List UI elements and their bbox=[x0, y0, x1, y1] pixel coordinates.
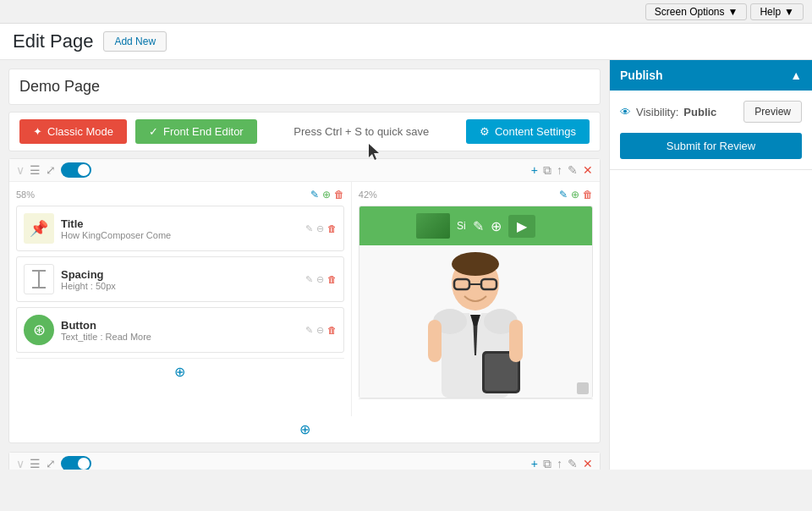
button-edit-icon[interactable]: ✎ bbox=[305, 325, 313, 336]
import-icon[interactable]: ↑ bbox=[557, 163, 562, 177]
add-new-button[interactable]: Add New bbox=[103, 31, 167, 52]
col2-edit-icon[interactable]: ✎ bbox=[559, 189, 568, 201]
col1-add-widget-button[interactable]: ⊕ bbox=[16, 358, 344, 385]
spacing-delete-icon[interactable]: 🗑 bbox=[327, 274, 337, 285]
svg-rect-17 bbox=[428, 320, 442, 362]
row-toggle[interactable] bbox=[61, 162, 91, 178]
col1-edit-icon[interactable]: ✎ bbox=[310, 189, 319, 201]
row1-add-icon: ⊕ bbox=[299, 421, 310, 437]
widget-spacing[interactable]: Spacing Height : 50px ✎ ⊖ 🗑 bbox=[16, 256, 344, 302]
add-icon[interactable]: + bbox=[531, 163, 538, 177]
button-minus-icon[interactable]: ⊖ bbox=[316, 325, 324, 336]
title-widget-icon: 📌 bbox=[24, 213, 54, 244]
title-minus-icon[interactable]: ⊖ bbox=[316, 223, 324, 234]
overlay-edit-btn[interactable]: ✎ bbox=[473, 218, 484, 234]
row2-add-icon[interactable]: + bbox=[531, 457, 538, 470]
edit-icon[interactable]: ✎ bbox=[568, 163, 578, 177]
preview-button[interactable]: Preview bbox=[743, 101, 802, 123]
spacing-widget-actions: ✎ ⊖ 🗑 bbox=[305, 274, 337, 285]
frontend-icon: ✓ bbox=[149, 125, 158, 138]
col1-delete-icon[interactable]: 🗑 bbox=[334, 189, 344, 201]
button-widget-icon: ⊛ bbox=[24, 315, 54, 345]
row-toolbar-right: + ⧉ ↑ ✎ ✕ bbox=[531, 163, 593, 178]
visibility-value: Public bbox=[683, 106, 716, 118]
spacing-widget-icon bbox=[24, 264, 54, 294]
button-widget-info: Button Text_title : Read More bbox=[61, 319, 299, 342]
row2-list-icon[interactable]: ☰ bbox=[30, 457, 41, 470]
spacing-widget-label: Spacing bbox=[61, 268, 299, 281]
chevron-down-icon[interactable]: ∨ bbox=[16, 163, 25, 177]
widget-title[interactable]: 📌 Title How KingComposer Come ✎ ⊖ 🗑 bbox=[16, 206, 344, 251]
submit-review-button[interactable]: Submit for Review bbox=[620, 133, 802, 159]
page-title-input[interactable] bbox=[19, 78, 590, 96]
row2-edit-icon[interactable]: ✎ bbox=[568, 457, 578, 470]
row2-external-icon[interactable]: ⤢ bbox=[46, 457, 56, 470]
title-delete-icon[interactable]: 🗑 bbox=[327, 223, 337, 234]
col2-add-icon[interactable]: ⊕ bbox=[571, 189, 579, 201]
eye-icon: 👁 bbox=[620, 106, 631, 118]
quick-save-text: Press Ctrl + S to quick save bbox=[266, 125, 458, 138]
list-icon[interactable]: ☰ bbox=[30, 163, 41, 177]
help-button[interactable]: Help ▼ bbox=[750, 3, 804, 20]
col1-percent: 58% bbox=[16, 190, 35, 200]
publish-section: Publish ▲ 👁 Visibility: Public Preview S… bbox=[610, 60, 812, 170]
row2-close-icon[interactable]: ✕ bbox=[583, 457, 593, 470]
row2-chevron-icon[interactable]: ∨ bbox=[16, 457, 25, 470]
external-icon[interactable]: ⤢ bbox=[46, 163, 56, 177]
copy-icon[interactable]: ⧉ bbox=[543, 163, 551, 178]
publish-body: 👁 Visibility: Public Preview Submit for … bbox=[610, 91, 812, 169]
content-settings-label: Content Settings bbox=[495, 125, 576, 138]
spacing-widget-subtitle: Height : 50px bbox=[61, 281, 299, 291]
visibility-label: Visibility: bbox=[636, 106, 678, 118]
classic-mode-icon: ✦ bbox=[33, 125, 42, 138]
main-content: ✦ Classic Mode ✓ Front End Editor Press … bbox=[0, 60, 812, 470]
spacing-edit-icon[interactable]: ✎ bbox=[305, 274, 313, 285]
screen-options-chevron: ▼ bbox=[728, 6, 738, 18]
row2-import-icon[interactable]: ↑ bbox=[557, 457, 562, 470]
widget-button[interactable]: ⊛ Button Text_title : Read More ✎ ⊖ 🗑 bbox=[16, 307, 344, 353]
column-1: 58% ✎ ⊕ 🗑 📌 Title How KingComposer Come bbox=[9, 182, 352, 416]
content-settings-button[interactable]: ⚙ Content Settings bbox=[466, 119, 590, 144]
col2-percent: 42% bbox=[359, 190, 377, 200]
publish-chevron[interactable]: ▲ bbox=[790, 69, 802, 82]
publish-title: Publish bbox=[620, 69, 663, 82]
overlay-arrow-btn[interactable]: ▶ bbox=[508, 215, 535, 238]
col1-add-icon[interactable]: ⊕ bbox=[322, 189, 331, 201]
top-bar: Screen Options ▼ Help ▼ bbox=[0, 0, 812, 24]
col2-delete-icon[interactable]: 🗑 bbox=[583, 189, 593, 201]
editor-toolbar: ✦ Classic Mode ✓ Front End Editor Press … bbox=[8, 112, 601, 151]
person-svg bbox=[416, 245, 535, 398]
col2-add-widget-button[interactable] bbox=[359, 398, 593, 409]
frontend-editor-button[interactable]: ✓ Front End Editor bbox=[135, 119, 257, 144]
svg-rect-18 bbox=[509, 320, 523, 362]
svg-point-5 bbox=[452, 252, 499, 276]
row2-toolbar-right: + ⧉ ↑ ✎ ✕ bbox=[531, 457, 593, 470]
page-header: Edit Page Add New bbox=[0, 24, 812, 60]
button-widget-label: Button bbox=[61, 319, 299, 332]
classic-mode-button[interactable]: ✦ Classic Mode bbox=[19, 119, 127, 144]
title-widget-info: Title How KingComposer Come bbox=[61, 217, 299, 240]
screen-options-label: Screen Options bbox=[655, 6, 725, 18]
button-widget-actions: ✎ ⊖ 🗑 bbox=[305, 325, 337, 336]
title-widget-label: Title bbox=[61, 217, 299, 230]
add-widget-icon: ⊕ bbox=[174, 364, 185, 380]
overlay-copy-btn[interactable]: ⊕ bbox=[491, 218, 502, 234]
row-2: ∨ ☰ ⤢ + ⧉ ↑ ✎ ✕ 33% bbox=[8, 452, 601, 470]
button-delete-icon[interactable]: 🗑 bbox=[327, 325, 337, 336]
screen-options-button[interactable]: Screen Options ▼ bbox=[645, 3, 748, 20]
row2-toggle[interactable] bbox=[61, 456, 91, 470]
top-bar-right: Screen Options ▼ Help ▼ bbox=[645, 3, 804, 20]
row1-add-button[interactable]: ⊕ bbox=[9, 416, 600, 442]
classic-mode-label: Classic Mode bbox=[47, 125, 113, 138]
title-edit-icon[interactable]: ✎ bbox=[305, 223, 313, 234]
single-image-widget[interactable]: Si ✎ ⊕ ▶ bbox=[359, 206, 593, 398]
row-1-columns: 58% ✎ ⊕ 🗑 📌 Title How KingComposer Come bbox=[9, 182, 600, 416]
resize-handle[interactable] bbox=[577, 382, 589, 394]
editor-area: ✦ Classic Mode ✓ Front End Editor Press … bbox=[0, 60, 609, 470]
spacing-minus-icon[interactable]: ⊖ bbox=[316, 274, 324, 285]
close-icon[interactable]: ✕ bbox=[583, 163, 593, 177]
row2-toolbar: ∨ ☰ ⤢ + ⧉ ↑ ✎ ✕ bbox=[9, 453, 600, 470]
row2-copy-icon[interactable]: ⧉ bbox=[543, 457, 551, 470]
overlay-label: Si bbox=[457, 220, 466, 232]
row-1-toolbar: ∨ ☰ ⤢ + ⧉ ↑ ✎ ✕ bbox=[9, 159, 600, 182]
